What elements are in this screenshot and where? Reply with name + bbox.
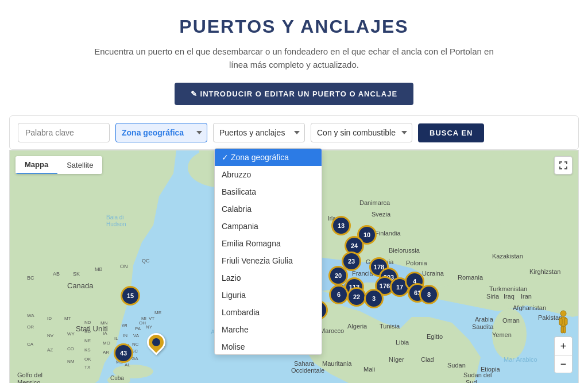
svg-text:Canada: Canada — [67, 281, 94, 290]
svg-text:Yemen: Yemen — [492, 331, 512, 338]
svg-rect-118 — [561, 326, 563, 333]
svg-text:OH: OH — [139, 320, 146, 326]
map-marker[interactable]: 8 — [419, 285, 439, 304]
zone-select[interactable]: Zona geográfica — [115, 123, 207, 142]
map-type-mappa[interactable]: Mappa — [16, 156, 57, 174]
map-type-controls: Mappa Satellite — [16, 156, 102, 174]
svg-text:OK: OK — [84, 357, 91, 362]
page-title: PUERTOS Y ANCLAJES — [11, 16, 577, 37]
map-type-satellite[interactable]: Satellite — [57, 156, 102, 174]
svg-text:Afghanistan: Afghanistan — [513, 304, 546, 311]
dropdown-item-basilicata[interactable]: Basilicata — [215, 183, 322, 200]
svg-text:NM: NM — [67, 359, 75, 364]
svg-text:Messico: Messico — [17, 379, 40, 383]
search-container: Zona geográfica Zona geográfica Abruzzo … — [9, 115, 579, 150]
svg-text:SD: SD — [84, 329, 91, 334]
pegman-icon[interactable] — [556, 310, 570, 333]
page-wrapper: PUERTOS Y ANCLAJES Encuentra un puerto e… — [0, 0, 588, 383]
svg-text:Arabia: Arabia — [475, 316, 494, 323]
svg-text:Danimarca: Danimarca — [359, 199, 390, 206]
dropdown-item-abruzzo[interactable]: Abruzzo — [215, 166, 322, 183]
svg-text:Mauritania: Mauritania — [322, 360, 352, 367]
svg-text:NY: NY — [146, 324, 153, 330]
dropdown-item-lombardia[interactable]: Lombardia — [215, 304, 322, 321]
type-select[interactable]: Puertos y anclajes — [213, 123, 305, 142]
svg-text:Bielorussia: Bielorussia — [389, 247, 420, 254]
page-subtitle: Encuentra un puerto en el que desembarca… — [93, 45, 495, 71]
svg-text:Tunisia: Tunisia — [380, 323, 400, 330]
map-marker[interactable]: 6 — [329, 285, 349, 304]
svg-text:MN: MN — [100, 320, 108, 326]
svg-text:MT: MT — [64, 316, 71, 321]
svg-text:Hudson: Hudson — [106, 221, 126, 227]
svg-text:VA: VA — [133, 333, 140, 338]
dropdown-item-calabria[interactable]: Calabria — [215, 200, 322, 218]
dropdown-item-marche[interactable]: Marche — [215, 321, 322, 338]
svg-point-114 — [560, 311, 566, 316]
svg-text:NV: NV — [47, 333, 54, 338]
dropdown-item-campania[interactable]: Campania — [215, 218, 322, 235]
svg-text:Polonia: Polonia — [406, 260, 428, 266]
dropdown-item-friuli[interactable]: Friuli Venezia Giulia — [215, 252, 322, 269]
svg-text:Mar Arabico: Mar Arabico — [504, 356, 537, 363]
svg-text:Turkmenistan: Turkmenistan — [489, 285, 527, 292]
dropdown-item-zona[interactable]: Zona geográfica — [215, 149, 322, 166]
svg-text:Saudita: Saudita — [472, 323, 494, 330]
page-header: PUERTOS Y ANCLAJES Encuentra un puerto e… — [0, 0, 588, 115]
svg-text:BC: BC — [27, 275, 34, 281]
svg-text:CO: CO — [67, 346, 74, 351]
svg-text:Siria: Siria — [486, 293, 500, 300]
svg-rect-116 — [559, 318, 562, 325]
map-marker-pin[interactable] — [147, 333, 165, 351]
svg-text:ND: ND — [84, 320, 91, 325]
svg-text:IA: IA — [103, 331, 107, 336]
svg-text:Baia di: Baia di — [106, 214, 124, 220]
map-marker[interactable]: 22 — [347, 287, 366, 307]
search-button[interactable]: BUSCA EN — [418, 123, 484, 142]
map-marker[interactable]: 15 — [121, 286, 140, 305]
dropdown-item-molise[interactable]: Molise — [215, 338, 322, 355]
svg-text:Algeria: Algeria — [347, 323, 368, 330]
svg-rect-117 — [564, 318, 567, 325]
map-fullscreen-button[interactable] — [554, 156, 572, 175]
zoom-out-button[interactable]: − — [554, 355, 572, 373]
svg-text:Romania: Romania — [458, 274, 483, 281]
map-marker[interactable]: 43 — [114, 343, 133, 363]
keyword-input[interactable] — [18, 123, 110, 142]
svg-text:AZ: AZ — [47, 347, 53, 353]
svg-text:AL: AL — [125, 362, 130, 367]
svg-text:MO: MO — [103, 341, 110, 346]
zoom-in-button[interactable]: + — [554, 336, 572, 355]
dropdown-item-lazio[interactable]: Lazio — [215, 269, 322, 287]
svg-text:Finlandia: Finlandia — [375, 230, 401, 237]
svg-text:ON: ON — [120, 264, 128, 269]
fuel-select[interactable]: Con y sin combustible — [311, 123, 412, 142]
cta-button[interactable]: ✎ INTRODUCIR O EDITAR UN PUERTO O ANCLAJ… — [175, 83, 413, 105]
svg-text:Occidentale: Occidentale — [291, 367, 324, 374]
svg-text:MI: MI — [141, 316, 146, 321]
svg-text:IL: IL — [114, 336, 118, 341]
svg-text:Sudan: Sudan — [447, 362, 466, 369]
svg-text:Golfo del: Golfo del — [17, 372, 42, 378]
svg-text:AB: AB — [53, 271, 60, 277]
svg-text:Níger: Níger — [389, 356, 404, 363]
svg-text:AR: AR — [103, 350, 109, 355]
svg-text:Mali: Mali — [363, 366, 375, 373]
map-marker[interactable]: 13 — [331, 216, 351, 235]
svg-text:OR: OR — [27, 324, 34, 330]
svg-text:Sud: Sud — [466, 379, 477, 383]
dropdown-item-emilia[interactable]: Emilia Romagna — [215, 235, 322, 252]
svg-text:IN: IN — [123, 333, 127, 338]
dropdown-item-liguria[interactable]: Liguria — [215, 287, 322, 304]
svg-text:Egitto: Egitto — [427, 333, 443, 340]
svg-text:Cuba: Cuba — [110, 375, 124, 381]
svg-text:QC: QC — [142, 258, 150, 264]
svg-text:MB: MB — [95, 266, 103, 272]
zone-dropdown: Zona geográfica Abruzzo Basilicata Calab… — [214, 148, 322, 355]
svg-text:Ucraina: Ucraina — [422, 270, 444, 277]
map-zoom-controls: + − — [554, 336, 572, 373]
svg-text:CA: CA — [27, 342, 34, 347]
svg-text:PA: PA — [135, 326, 141, 331]
svg-text:Kazakistan: Kazakistan — [492, 253, 523, 260]
map-marker[interactable]: 3 — [364, 289, 384, 308]
